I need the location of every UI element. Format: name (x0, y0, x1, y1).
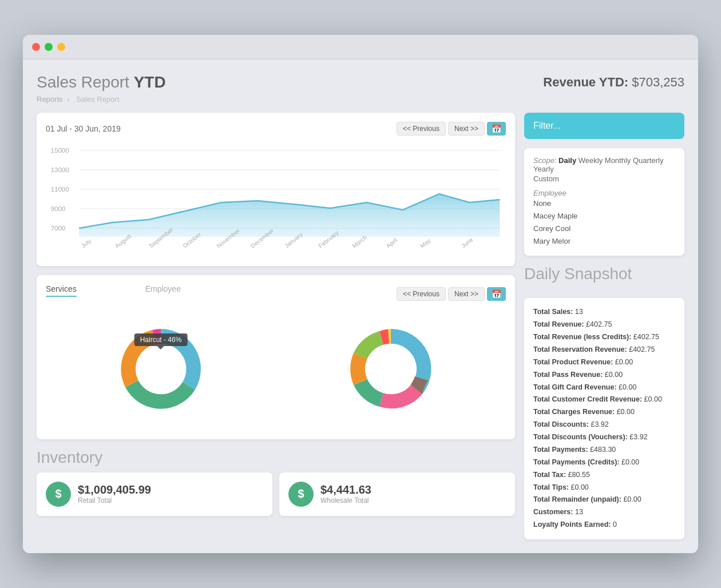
maximize-dot[interactable] (57, 43, 65, 51)
app-window: Sales Report YTD Revenue YTD: $703,253 R… (23, 35, 698, 553)
page-title: Sales Report YTD (37, 73, 166, 92)
snapshot-row-tax: Total Tax: £80.55 (533, 469, 675, 482)
breadcrumb-parent[interactable]: Reports (37, 95, 63, 104)
scope-label: Scope: Daily Weekly Monthly Quarterly Ye… (533, 156, 675, 173)
snapshot-row-pass: Total Pass Revenue: £0.00 (533, 369, 675, 382)
chart-svg: 15000 13000 11000 9000 7000 (46, 142, 506, 257)
svg-text:13000: 13000 (50, 166, 69, 173)
chart-header: 01 Jul - 30 Jun, 2019 << Previous Next >… (46, 122, 506, 136)
retail-info: $1,009,405.99 Retail Total (78, 483, 151, 504)
filter-card[interactable]: Filter... (524, 113, 684, 139)
employee-donut-wrap (338, 316, 444, 424)
main-content: Sales Report YTD Revenue YTD: $703,253 R… (23, 59, 698, 553)
chart-nav: << Previous Next >> 📅 (397, 122, 506, 136)
titlebar (23, 35, 698, 59)
scope-card: Scope: Daily Weekly Monthly Quarterly Ye… (524, 148, 684, 256)
donut-tabs: Services Employee (46, 284, 181, 297)
donut-chart-card: Services Employee << Previous Next >> 📅 … (37, 275, 515, 439)
snapshot-row-discounts: Total Discounts: £3.92 (533, 419, 675, 431)
inventory-cards: $ $1,009,405.99 Retail Total $ $4,441.63… (37, 472, 515, 516)
wholesale-label: Wholesale Total (320, 496, 371, 504)
services-donut-svg (108, 316, 214, 422)
wholesale-info: $4,441.63 Wholesale Total (320, 483, 371, 504)
line-chart-card: 01 Jul - 30 Jun, 2019 << Previous Next >… (37, 113, 515, 266)
chart-area-fill (79, 194, 500, 237)
snapshot-row-credit: Total Customer Credit Revenue: £0.00 (533, 394, 675, 406)
tab-employee[interactable]: Employee (145, 284, 181, 297)
snapshot-row-customers: Customers: 13 (533, 506, 675, 519)
date-range-label: 01 Jul - 30 Jun, 2019 (46, 124, 121, 133)
snapshot-row-payments-credits: Total Payments (Credits): £0.00 (533, 456, 675, 469)
wholesale-amount: $4,441.63 (320, 483, 371, 496)
retail-amount: $1,009,405.99 (78, 483, 151, 496)
svg-text:May: May (419, 237, 432, 249)
svg-text:9000: 9000 (50, 205, 65, 212)
wholesale-icon: $ (288, 482, 314, 507)
close-dot[interactable] (32, 43, 40, 51)
svg-text:11000: 11000 (50, 186, 69, 193)
revenue-ytd: Revenue YTD: $703,253 (543, 75, 684, 90)
chart-calendar-button[interactable]: 📅 (487, 122, 506, 136)
inventory-title: Inventory (37, 448, 515, 467)
svg-text:June: June (460, 236, 474, 249)
snapshot-row-tips: Total Tips: £0.00 (533, 482, 675, 494)
snapshot-row-revenue-less: Total Revenue (less Credits): £402.75 (533, 331, 675, 344)
haircut-tooltip: Haircut - 46% (134, 333, 188, 346)
employee-mary[interactable]: Mary Melor (533, 235, 675, 248)
snapshot-row-charges: Total Charges Revenue: £0.00 (533, 406, 675, 419)
svg-point-22 (136, 344, 186, 394)
services-donut-wrap: Haircut - 46% (108, 316, 214, 424)
inventory-section: Inventory $ $1,009,405.99 Retail Total $ (37, 448, 515, 516)
right-column: Filter... Scope: Daily Weekly Monthly Qu… (524, 113, 684, 539)
svg-point-23 (366, 344, 416, 394)
employee-corey[interactable]: Corey Cool (533, 223, 675, 235)
employee-macey[interactable]: Macey Maple (533, 210, 675, 223)
donut-header: Services Employee << Previous Next >> 📅 (46, 284, 506, 304)
retail-icon: $ (46, 482, 71, 507)
breadcrumb: Reports › Sales Report (37, 95, 684, 104)
employee-donut-svg (338, 316, 444, 422)
left-column: 01 Jul - 30 Jun, 2019 << Previous Next >… (37, 113, 515, 539)
employee-none[interactable]: None (533, 197, 675, 210)
line-chart: 15000 13000 11000 9000 7000 (46, 142, 506, 257)
minimize-dot[interactable] (45, 43, 53, 51)
svg-text:July: July (80, 237, 93, 249)
chart-prev-button[interactable]: << Previous (397, 122, 446, 136)
snapshot-row-payments: Total Payments: £483.30 (533, 444, 675, 456)
svg-text:7000: 7000 (50, 225, 65, 232)
scope-custom[interactable]: Custom (533, 174, 675, 183)
retail-label: Retail Total (78, 496, 151, 504)
retail-card: $ $1,009,405.99 Retail Total (37, 472, 272, 516)
snapshot-row-giftcard: Total Gift Card Revenue: £0.00 (533, 382, 675, 394)
employee-list: None Macey Maple Corey Cool Mary Melor (533, 197, 675, 248)
snapshot-row-loyalty: Loyalty Points Earned: 0 (533, 519, 675, 531)
scope-active[interactable]: Daily (558, 156, 576, 165)
donut-nav: << Previous Next >> 📅 (397, 287, 506, 301)
snapshot-card: Total Sales: 13 Total Revenue: £402.75 T… (524, 298, 684, 539)
donut-calendar-button[interactable]: 📅 (487, 287, 506, 301)
svg-text:15000: 15000 (50, 147, 69, 154)
page-header: Sales Report YTD Revenue YTD: $703,253 (37, 73, 684, 92)
donut-prev-button[interactable]: << Previous (397, 287, 446, 301)
snapshot-title: Daily Snapshot (524, 265, 684, 283)
employee-label: Employee (533, 189, 675, 197)
snapshot-row-remainder: Total Remainder (unpaid): £0.00 (533, 494, 675, 506)
filter-label: Filter... (533, 121, 561, 130)
wholesale-card: $ $4,441.63 Wholesale Total (279, 472, 515, 516)
snapshot-row-total-sales: Total Sales: 13 (533, 306, 675, 319)
svg-text:April: April (385, 237, 398, 249)
chart-next-button[interactable]: Next >> (448, 122, 485, 136)
snapshot-row-vouchers: Total Discounts (Vouchers): £3.92 (533, 431, 675, 444)
main-layout: 01 Jul - 30 Jun, 2019 << Previous Next >… (37, 113, 684, 539)
snapshot-row-revenue: Total Revenue: £402.75 (533, 319, 675, 331)
breadcrumb-current: Sales Report (76, 95, 119, 104)
donut-next-button[interactable]: Next >> (448, 287, 485, 301)
tab-services[interactable]: Services (46, 284, 77, 297)
snapshot-row-product: Total Product Revenue: £0.00 (533, 356, 675, 369)
snapshot-row-reservation: Total Reservation Revenue: £402.75 (533, 344, 675, 356)
donut-charts-area: Haircut - 46% (46, 311, 506, 430)
